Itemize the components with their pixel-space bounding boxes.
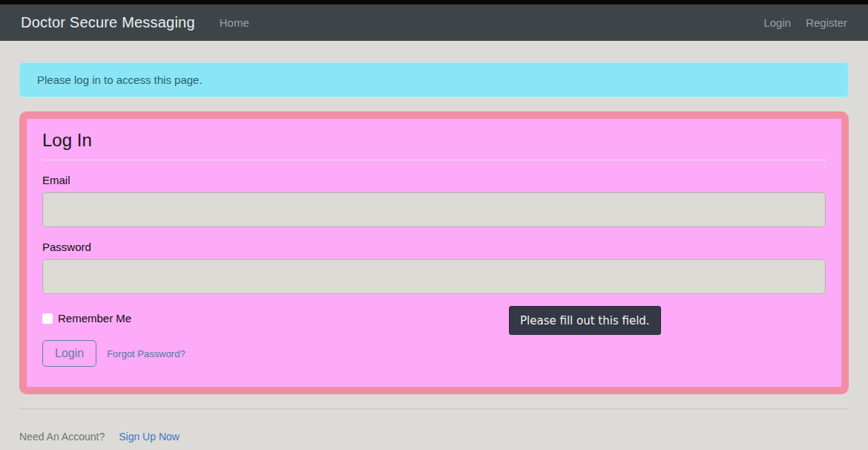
footer-divider — [19, 408, 849, 409]
nav-link-register[interactable]: Register — [806, 16, 847, 29]
flash-alert: Please log in to access this page. — [19, 62, 849, 97]
navbar-left-links: Home — [220, 16, 249, 29]
page: Doctor Secure Messaging Home Login Regis… — [0, 0, 868, 450]
email-group: Email — [42, 174, 826, 227]
login-button[interactable]: Login — [42, 340, 96, 367]
navbar-brand[interactable]: Doctor Secure Messaging — [21, 14, 195, 31]
remember-me-label: Remember Me — [58, 312, 131, 325]
flash-alert-message: Please log in to access this page. — [37, 74, 203, 86]
password-field[interactable] — [42, 259, 826, 294]
validation-tooltip: Please fill out this field. — [509, 306, 661, 335]
nav-link-home[interactable]: Home — [220, 16, 249, 29]
sign-up-now-link[interactable]: Sign Up Now — [119, 431, 180, 443]
login-card: Log In Email Password Remember Me Login … — [19, 111, 849, 394]
email-label: Email — [42, 174, 826, 186]
validation-tooltip-text: Please fill out this field. — [520, 314, 650, 327]
navbar: Doctor Secure Messaging Home Login Regis… — [0, 4, 868, 41]
main-container: Please log in to access this page. Log I… — [0, 62, 868, 443]
form-actions: Login Forgot Password? — [42, 340, 826, 367]
password-group: Password — [42, 241, 826, 294]
password-label: Password — [42, 241, 826, 253]
remember-me-group: Remember Me — [42, 312, 826, 325]
nav-link-login[interactable]: Login — [763, 16, 791, 29]
email-field[interactable] — [42, 192, 826, 227]
login-form-title: Log In — [42, 130, 826, 160]
remember-me-checkbox[interactable] — [42, 313, 53, 324]
need-account-text: Need An Account? — [19, 431, 105, 443]
navbar-right-links: Login Register — [763, 16, 847, 29]
footer: Need An Account? Sign Up Now — [19, 431, 849, 443]
forgot-password-link[interactable]: Forgot Password? — [107, 348, 185, 359]
